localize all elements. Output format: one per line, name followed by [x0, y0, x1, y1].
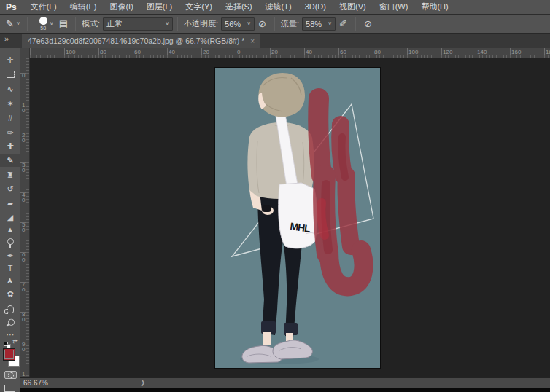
screen-mode-button[interactable]	[4, 385, 15, 392]
brush-tool[interactable]: ✎	[0, 154, 20, 167]
menu-layer[interactable]: 图层(L)	[140, 0, 179, 14]
horizontal-ruler[interactable]: 10080604020020406080100120140160180200	[30, 48, 550, 58]
quick-mask-button[interactable]	[4, 371, 17, 379]
flow-input[interactable]: 58% ∨	[302, 17, 336, 31]
document-tab[interactable]: 47e63d129c0d8f200674814619c70a2b.jpg @ 6…	[22, 34, 260, 48]
blur-tool[interactable]: ▲	[0, 223, 20, 236]
chevron-down-icon: ∨	[328, 21, 332, 26]
ps-logo: Ps	[0, 2, 24, 12]
blend-mode-select[interactable]: 正常 ∨	[103, 17, 173, 31]
chevron-down-icon[interactable]: ∨	[50, 21, 54, 26]
photoshop-window: Ps 文件(F)编辑(E)图像(I)图层(L)文字(Y)选择(S)滤镜(T)3D…	[0, 0, 550, 392]
close-icon[interactable]: ×	[250, 37, 255, 45]
ruler-minor-ticks	[30, 55, 550, 58]
ruler-corner	[20, 48, 30, 58]
toggle-brush-panel-button[interactable]: ▤	[59, 18, 68, 29]
status-menu-arrow[interactable]: ❯	[140, 378, 146, 388]
chevron-down-icon: ∨	[16, 21, 20, 26]
options-bar: ✎ ∨ 58 ∨ ▤ 模式: 正常 ∨ 不透明度: 56% ∨ ⊘ 流量: 58…	[0, 15, 550, 34]
brush-size-value: 58	[40, 26, 46, 31]
flow-value: 58%	[306, 20, 322, 28]
flow-label: 流量:	[281, 18, 299, 29]
swap-arrow-icon: ⇄	[12, 338, 18, 345]
blend-mode-value: 正常	[106, 18, 123, 29]
chevron-down-icon: ∨	[165, 21, 169, 26]
path-selection-tool[interactable]: ➤	[0, 274, 20, 287]
zoom-level-field[interactable]: 66.67%	[20, 379, 48, 387]
watch	[262, 205, 271, 212]
menu-view[interactable]: 视图(V)	[333, 0, 373, 14]
window-bottom-edge	[20, 388, 550, 392]
ankle-left	[263, 332, 271, 345]
menu-bar: Ps 文件(F)编辑(E)图像(I)图层(L)文字(Y)选择(S)滤镜(T)3D…	[0, 0, 550, 15]
menu-file[interactable]: 文件(F)	[24, 0, 63, 14]
divider	[177, 17, 178, 31]
pressure-opacity-icon[interactable]: ⊘	[258, 18, 266, 29]
mode-label: 模式:	[82, 18, 100, 29]
airbrush-icon[interactable]: ✐	[339, 18, 347, 29]
pen-tool[interactable]: ✒	[0, 249, 20, 262]
rectangular-marquee-tool[interactable]	[0, 68, 20, 81]
foreground-color-swatch[interactable]	[3, 348, 15, 361]
clone-stamp-tool[interactable]: ♜	[0, 168, 20, 181]
menu-filter[interactable]: 滤镜(T)	[259, 0, 298, 14]
canvas-artwork: MHL	[215, 68, 380, 368]
chevron-down-icon: ∨	[247, 21, 251, 26]
vertical-ruler[interactable]: 0102030405060708090100	[20, 58, 30, 377]
menu-edit[interactable]: 编辑(E)	[63, 0, 104, 14]
collapse-panels-icon[interactable]: »	[4, 34, 9, 43]
divider	[355, 17, 356, 31]
crop-tool[interactable]: #	[0, 111, 20, 125]
opacity-input[interactable]: 56% ∨	[221, 17, 255, 31]
red-paint-bright	[321, 203, 325, 235]
menu-window[interactable]: 窗口(W)	[373, 0, 415, 14]
hair	[259, 73, 305, 117]
spot-healing-brush-tool[interactable]: ✚	[0, 139, 20, 152]
opacity-label: 不透明度:	[184, 18, 218, 29]
eyedropper-tool[interactable]: ✑	[0, 126, 20, 139]
menu-3d[interactable]: 3D(D)	[298, 0, 333, 14]
menu-image[interactable]: 图像(I)	[103, 0, 139, 14]
pressure-size-icon[interactable]: ⊘	[364, 18, 372, 29]
color-swatches	[2, 348, 20, 369]
quick-selection-tool[interactable]: ✶	[0, 97, 20, 110]
divider	[27, 17, 28, 31]
hand-tool[interactable]	[0, 302, 20, 315]
dodge-tool[interactable]	[0, 236, 20, 249]
canvas[interactable]: MHL	[215, 68, 380, 368]
custom-shape-tool[interactable]: ✿	[0, 287, 20, 300]
tools-panel: ✛∿✶#✑✚✎♜↺▰◢▲✒T➤✿⋯ ⇄	[0, 48, 20, 392]
lasso-tool[interactable]: ∿	[0, 82, 20, 95]
pasteboard: MHL	[30, 58, 550, 377]
move-tool[interactable]: ✛	[0, 53, 20, 66]
opacity-value: 56%	[225, 20, 241, 28]
document-title: 47e63d129c0d8f200674814619c70a2b.jpg @ 6…	[28, 36, 244, 45]
document-tab-bar: » 47e63d129c0d8f200674814619c70a2b.jpg @…	[0, 34, 550, 48]
menu-items: 文件(F)编辑(E)图像(I)图层(L)文字(Y)选择(S)滤镜(T)3D(D)…	[24, 0, 455, 14]
brush-preset-picker[interactable]: 58	[39, 17, 47, 31]
status-bar: 66.67% ❯	[20, 378, 550, 388]
history-brush-tool[interactable]: ↺	[0, 182, 20, 195]
divider	[274, 17, 275, 31]
divider	[75, 17, 76, 31]
menu-select[interactable]: 选择(S)	[219, 0, 259, 14]
brush-tip-preview	[39, 17, 47, 25]
gradient-tool[interactable]: ◢	[0, 211, 20, 224]
brush-icon: ✎	[6, 18, 14, 29]
menu-type[interactable]: 文字(Y)	[179, 0, 219, 14]
current-tool-button[interactable]: ✎ ∨	[6, 18, 23, 29]
tote-bag	[279, 183, 317, 248]
type-tool[interactable]: T	[0, 262, 20, 275]
default-swap-colors-button[interactable]: ⇄	[3, 340, 18, 348]
menu-help[interactable]: 帮助(H)	[414, 0, 454, 14]
eraser-tool[interactable]: ▰	[0, 197, 20, 210]
